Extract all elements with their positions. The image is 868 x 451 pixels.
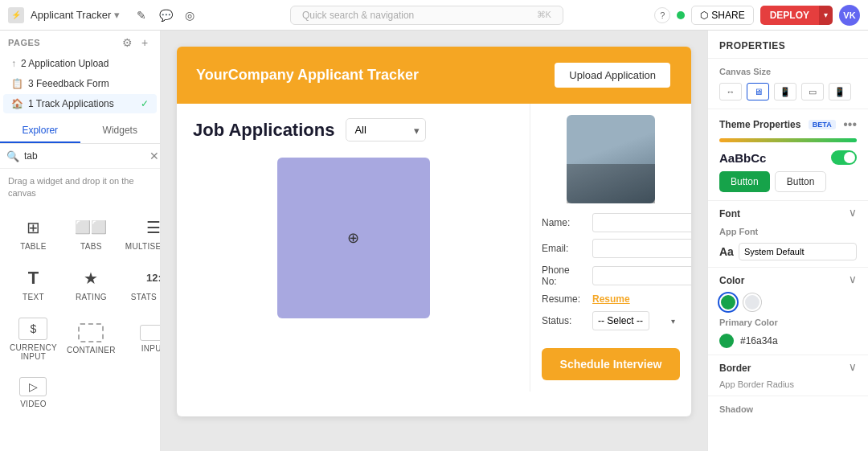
search-icon: 🔍 xyxy=(6,150,19,162)
widget-table-label: TABLE xyxy=(20,242,46,251)
multiselect-icon: ☰ xyxy=(139,216,160,239)
color-section: Color ∧ Primary Color #16a34a xyxy=(708,268,868,355)
font-select[interactable]: System Default xyxy=(739,243,857,260)
app-logo: ⚡ xyxy=(8,7,24,23)
resume-field: Resume: Resume xyxy=(542,293,680,305)
primary-color-swatch[interactable] xyxy=(719,334,734,348)
widget-stats-box[interactable]: 12: STATS BOX xyxy=(122,260,160,308)
page-item-track[interactable]: 🏠 1 Track Applications ✓ xyxy=(3,94,157,113)
widget-multiselect[interactable]: ☰ MULTISELECT xyxy=(122,210,160,257)
text-icon: T xyxy=(18,267,47,289)
canvas-area[interactable]: YourCompany Applicant Tracker Upload App… xyxy=(161,31,707,451)
app-body: Job Applications All Pending Approved Re… xyxy=(177,104,691,392)
tab-widgets[interactable]: Widgets xyxy=(80,119,161,143)
theme-more-icon[interactable]: ••• xyxy=(843,117,857,132)
share-button[interactable]: ⬡ SHARE xyxy=(691,6,753,25)
move-icon: ⊕ xyxy=(347,229,359,247)
edit-icon[interactable]: ✎ xyxy=(133,6,150,24)
tab-explorer[interactable]: Explorer xyxy=(0,119,80,143)
widget-rating[interactable]: ★ RATING xyxy=(63,260,119,308)
color-section-label: Color xyxy=(719,275,744,286)
pages-settings-button[interactable]: ⚙ xyxy=(120,35,134,50)
status-label: Status: xyxy=(542,315,586,326)
border-collapse-icon[interactable]: ∧ xyxy=(849,362,857,375)
resume-link[interactable]: Resume xyxy=(592,293,630,305)
filter-container: All Pending Approved Rejected ▾ xyxy=(346,118,426,141)
font-section-label: Font xyxy=(719,208,740,219)
upload-application-button[interactable]: Upload Application xyxy=(553,61,672,89)
widget-container-label: CONTAINER xyxy=(67,346,116,355)
canvas-size-mobile[interactable]: 📱 xyxy=(829,83,851,100)
widget-input-label: INPUT xyxy=(141,344,160,353)
help-icon[interactable]: ? xyxy=(654,7,670,23)
color-green[interactable] xyxy=(719,293,737,311)
status-indicator xyxy=(677,11,685,19)
search-shortcut: ⌘K xyxy=(537,10,551,20)
email-input[interactable] xyxy=(592,239,691,258)
color-collapse-icon[interactable]: ∧ xyxy=(849,274,857,287)
filter-select[interactable]: All Pending Approved Rejected xyxy=(346,118,426,141)
app-header-title: YourCompany Applicant Tracker xyxy=(196,67,419,84)
search-clear-icon[interactable]: ✕ xyxy=(149,150,159,162)
widget-table[interactable]: ⊞ TABLE xyxy=(6,210,60,257)
app-border-radius-label: App Border Radius xyxy=(719,379,857,389)
widget-container[interactable]: CONTAINER xyxy=(63,311,119,367)
widget-rating-label: RATING xyxy=(76,293,107,301)
main-layout: PAGES ⚙ + ↑ 2 Application Upload 📋 3 Fee… xyxy=(0,31,868,451)
color-circles xyxy=(719,293,857,311)
comment-icon[interactable]: 💬 xyxy=(157,6,174,24)
deploy-button[interactable]: DEPLOY xyxy=(760,6,819,25)
name-input[interactable] xyxy=(592,213,691,232)
canvas-size-fluid[interactable]: ↔ xyxy=(719,83,742,100)
widget-video[interactable]: ▷ VIDEO xyxy=(6,371,60,415)
topbar: ⚡ Applicant Tracker ▾ ✎ 💬 ◎ Quick search… xyxy=(0,0,868,31)
font-collapse-icon[interactable]: ∧ xyxy=(849,207,857,220)
theme-label: Theme Properties xyxy=(719,119,800,130)
font-header: Font ∧ xyxy=(719,207,857,220)
widget-text-label: TEXT xyxy=(23,293,44,301)
deploy-dropdown-button[interactable]: ▾ xyxy=(819,6,833,25)
widget-input[interactable]: INPUT xyxy=(122,311,160,367)
canvas-size-desktop[interactable]: 🖥 xyxy=(747,83,769,100)
sample-text: AaBbCc xyxy=(719,151,766,165)
draggable-placeholder[interactable]: ⊕ xyxy=(277,158,430,318)
canvas-size-tablet-landscape[interactable]: ▭ xyxy=(801,83,824,100)
widget-text[interactable]: T TEXT xyxy=(6,260,60,308)
canvas-size-tablet[interactable]: 📱 xyxy=(774,83,796,100)
title-dropdown-icon[interactable]: ▾ xyxy=(114,9,120,21)
job-apps-header: Job Applications All Pending Approved Re… xyxy=(193,118,514,141)
page-icon-track: 🏠 xyxy=(11,98,23,109)
theme-toggle[interactable] xyxy=(831,150,857,165)
color-light[interactable] xyxy=(743,293,761,311)
global-search[interactable]: Quick search & navigation ⌘K xyxy=(290,6,563,25)
page-name-feedback: 3 Feeedback Form xyxy=(28,78,149,89)
pages-add-button[interactable]: + xyxy=(137,35,152,50)
demo-buttons: Button Button xyxy=(719,171,857,192)
photo-placeholder xyxy=(567,115,655,203)
preview-icon[interactable]: ◎ xyxy=(181,6,199,24)
border-section: Border ∧ App Border Radius xyxy=(708,355,868,396)
email-label: Email: xyxy=(542,243,586,254)
font-aa-label: Aa xyxy=(719,245,734,258)
shadow-label: Shadow xyxy=(719,404,753,414)
demo-outline-button[interactable]: Button xyxy=(775,171,827,192)
topbar-left: ⚡ Applicant Tracker ▾ ✎ 💬 ◎ xyxy=(8,6,199,24)
primary-color-label: Primary Color xyxy=(719,318,857,327)
demo-primary-button[interactable]: Button xyxy=(719,171,770,192)
border-section-label: Border xyxy=(719,363,751,374)
font-section: Font ∧ App Font Aa System Default xyxy=(708,201,868,268)
search-placeholder: Quick search & navigation xyxy=(302,10,414,21)
user-avatar[interactable]: VK xyxy=(839,5,860,26)
phone-input[interactable] xyxy=(592,266,691,285)
container-icon xyxy=(78,323,104,342)
page-item-feedback[interactable]: 📋 3 Feeedback Form xyxy=(3,74,157,93)
widget-search-input[interactable] xyxy=(24,150,145,162)
email-field: Email: xyxy=(542,239,680,258)
widget-tabs[interactable]: ⬜⬜ TABS xyxy=(63,210,119,257)
schedule-interview-button[interactable]: Schedule Interview xyxy=(542,348,680,380)
status-select[interactable]: -- Select -- Pending Approved Rejected xyxy=(592,311,649,330)
table-icon: ⊞ xyxy=(18,216,47,239)
widget-currency-input[interactable]: $ CURRENCY INPUT xyxy=(6,311,60,367)
page-item-upload[interactable]: ↑ 2 Application Upload xyxy=(3,54,157,73)
status-select-wrapper: -- Select -- Pending Approved Rejected ▾ xyxy=(592,311,680,330)
